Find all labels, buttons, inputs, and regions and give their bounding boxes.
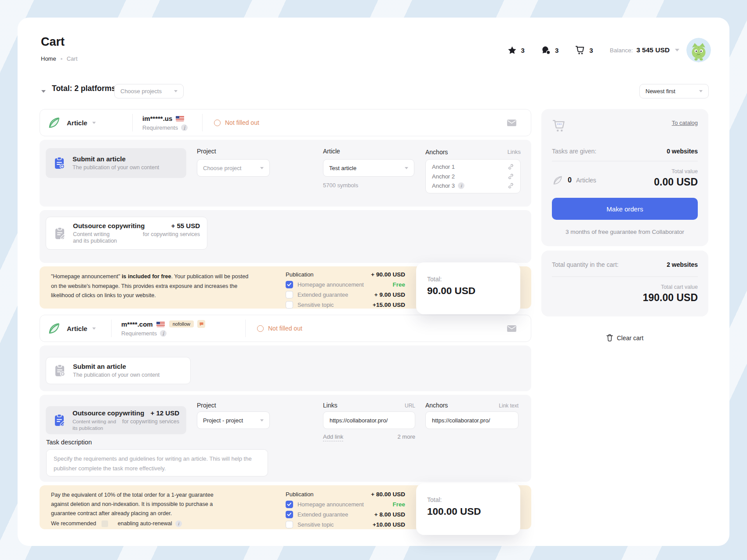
info-icon[interactable]: i bbox=[175, 520, 182, 527]
platform-type-select[interactable]: Article bbox=[47, 321, 111, 335]
links-label: Links bbox=[323, 402, 337, 409]
homepage-announcement-checkbox[interactable] bbox=[286, 501, 293, 508]
site-name[interactable]: m****.com bbox=[121, 320, 153, 328]
project-label: Project bbox=[197, 148, 216, 155]
requirements-link[interactable]: Requirements bbox=[121, 330, 157, 337]
link-url-input[interactable] bbox=[323, 411, 415, 429]
chevron-down-icon bbox=[260, 419, 264, 422]
publication-label: Publication bbox=[286, 491, 314, 498]
quantity-label: Total quantity in the cart: bbox=[552, 261, 619, 268]
balance-label: Balance: bbox=[610, 47, 633, 54]
breadcrumb-current: Cart bbox=[67, 55, 78, 62]
divider bbox=[245, 320, 246, 337]
chat-icon bbox=[541, 46, 551, 55]
auto-renewal-checkbox[interactable] bbox=[102, 520, 108, 527]
to-catalog-link[interactable]: To catalog bbox=[672, 120, 698, 126]
make-orders-button[interactable]: Make orders bbox=[552, 198, 698, 220]
platform-type-select[interactable]: Article bbox=[47, 116, 132, 130]
divider bbox=[132, 114, 133, 131]
quantity-value: 2 websites bbox=[667, 261, 698, 268]
collapse-caret-icon[interactable] bbox=[41, 90, 46, 93]
nofollow-badge: nofollow bbox=[169, 320, 194, 327]
add-link-button[interactable]: Add link bbox=[323, 433, 343, 441]
info-icon[interactable]: i bbox=[181, 124, 188, 131]
platform-1-article-section: Submit an article The publication of you… bbox=[40, 140, 531, 207]
link-icon[interactable] bbox=[508, 182, 514, 189]
tasks-given-label: Tasks are given: bbox=[552, 148, 596, 155]
chevron-down-icon bbox=[174, 90, 178, 92]
us-flag-icon bbox=[156, 321, 165, 327]
favorites-button[interactable]: 3 bbox=[508, 46, 525, 55]
submit-article-option[interactable]: Submit an article The publication of you… bbox=[46, 357, 191, 384]
clear-cart-button[interactable]: Clear cart bbox=[541, 334, 708, 342]
us-flag-icon bbox=[176, 116, 184, 121]
platform-2-article-section: Submit an article The publication of you… bbox=[40, 345, 531, 391]
avatar[interactable] bbox=[686, 38, 711, 62]
breadcrumb-home[interactable]: Home bbox=[41, 55, 56, 62]
banner-text: Pay the equivalent of 10% of the total o… bbox=[51, 491, 230, 528]
messages-count: 3 bbox=[555, 47, 558, 54]
outsource-copywriting-option[interactable]: Outsource copywriting + 55 USD Content w… bbox=[46, 217, 207, 250]
submit-article-option[interactable]: Submit an article The publication of you… bbox=[46, 148, 186, 178]
chevron-down-icon[interactable] bbox=[675, 49, 679, 51]
anchors-label: Anchors bbox=[425, 402, 448, 409]
url-column-label: URL bbox=[405, 403, 415, 409]
messages-button[interactable]: 3 bbox=[541, 46, 558, 55]
article-select[interactable]: Test article bbox=[323, 159, 414, 177]
site-name[interactable]: im*****.us bbox=[142, 115, 172, 122]
homepage-announcement-checkbox[interactable] bbox=[286, 281, 293, 288]
platform-2-total-value: 100.00 USD bbox=[427, 506, 520, 517]
outsource-copywriting-option[interactable]: Outsource copywriting + 12 USD Content w… bbox=[46, 406, 186, 434]
total-value-label: Total value bbox=[654, 168, 698, 175]
info-icon[interactable]: i bbox=[160, 330, 167, 337]
anchor-text-input[interactable] bbox=[425, 411, 519, 429]
status-badge: Not filled out bbox=[214, 119, 259, 126]
project-select[interactable]: Choose project bbox=[197, 159, 270, 177]
publication-price: + 80.00 USD bbox=[371, 491, 405, 498]
platform-2-header: Article m****.com nofollow Requirements … bbox=[40, 315, 531, 342]
clipboard-edit-icon bbox=[53, 414, 66, 427]
platform-1-total-value: 90.00 USD bbox=[427, 285, 520, 297]
publication-price: + 90.00 USD bbox=[371, 271, 405, 278]
cart-count: 3 bbox=[589, 47, 593, 54]
project-select[interactable]: Project - project bbox=[197, 411, 270, 429]
topbar: 3 3 3 Balance: 3 545 USD bbox=[508, 37, 711, 63]
task-description-input[interactable] bbox=[46, 449, 268, 476]
divider bbox=[202, 114, 203, 131]
info-icon[interactable]: i bbox=[458, 182, 464, 189]
choose-projects-select[interactable]: Choose projects bbox=[114, 84, 184, 98]
clipboard-add-icon bbox=[53, 364, 66, 377]
article-label: Article bbox=[323, 148, 340, 155]
pricing-options: Publication + 90.00 USD Homepage announc… bbox=[286, 269, 405, 310]
link-icon[interactable] bbox=[508, 173, 514, 180]
trash-icon bbox=[606, 334, 613, 342]
guarantee-note: 3 months of free guarantee from Collabor… bbox=[552, 229, 698, 235]
requirements-link[interactable]: Requirements bbox=[142, 124, 178, 131]
status-circle-icon bbox=[257, 325, 264, 332]
comment-icon[interactable] bbox=[197, 320, 205, 328]
publication-label: Publication bbox=[286, 271, 314, 278]
status-badge: Not filled out bbox=[257, 325, 302, 332]
envelope-icon[interactable] bbox=[507, 119, 517, 127]
divider bbox=[552, 161, 698, 161]
sensitive-topic-checkbox[interactable] bbox=[286, 521, 293, 528]
anchor-row: Anchor 1 bbox=[432, 164, 514, 170]
articles-count: 0 bbox=[568, 176, 572, 184]
extended-guarantee-checkbox[interactable] bbox=[286, 291, 293, 298]
divider bbox=[552, 276, 698, 277]
platform-1-total-card: Total: 90.00 USD bbox=[416, 262, 520, 314]
articles-label: Articles bbox=[576, 177, 596, 184]
link-icon[interactable] bbox=[508, 164, 514, 170]
balance-value: 3 545 USD bbox=[636, 46, 670, 54]
sensitive-topic-checkbox[interactable] bbox=[286, 301, 293, 309]
cart-button[interactable]: 3 bbox=[575, 46, 593, 55]
platform-2-total-card: Total: 100.00 USD bbox=[416, 483, 520, 535]
sort-select[interactable]: Newest first bbox=[639, 84, 709, 98]
favorites-count: 3 bbox=[521, 47, 525, 54]
breadcrumb: Home Cart bbox=[41, 55, 77, 62]
platforms-total-label: Total: 2 platforms bbox=[52, 84, 116, 93]
envelope-icon[interactable] bbox=[507, 324, 517, 333]
more-links-label[interactable]: 2 more bbox=[398, 433, 415, 441]
order-summary-sidebar: To catalog Tasks are given: 0 websites 0… bbox=[541, 109, 708, 342]
extended-guarantee-checkbox[interactable] bbox=[286, 511, 293, 518]
